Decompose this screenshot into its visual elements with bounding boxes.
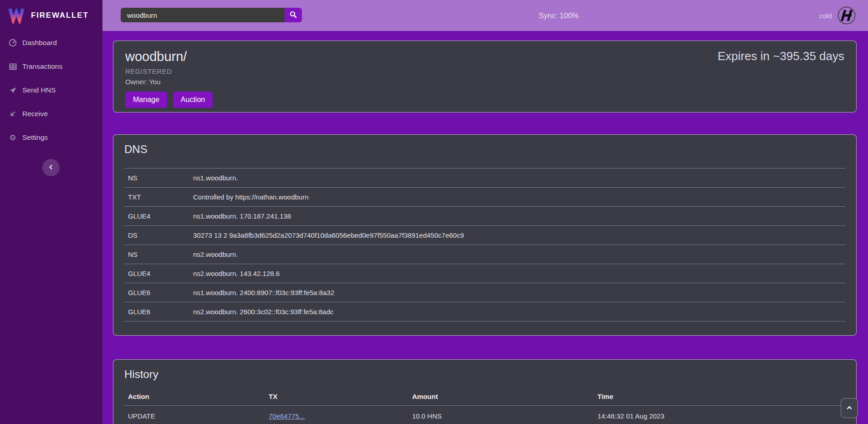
receive-arrow-icon [8, 110, 17, 117]
dns-record-value: Controlled by https://nathan.woodburn [189, 188, 845, 207]
send-icon [8, 86, 17, 94]
app-logo[interactable]: FIREWALLET [0, 0, 102, 31]
dns-record-type: GLUE4 [124, 207, 189, 226]
search-input[interactable] [121, 8, 285, 22]
history-table: Action TX Amount Time UPDATE 70e64775...… [124, 387, 845, 424]
sidebar-collapse-button[interactable] [42, 159, 60, 176]
domain-status: REGISTERED [125, 67, 844, 75]
history-col-time: Time [594, 387, 845, 406]
history-col-action: Action [124, 387, 265, 406]
table-icon [8, 63, 17, 71]
sidebar-item-settings[interactable]: ⚙ Settings [0, 126, 102, 149]
domain-actions: Manage Auction [125, 92, 844, 108]
dns-record-row: DS 30273 13 2 9a3a8fb3d625d2a2073d740f10… [124, 226, 845, 245]
search-button[interactable] [285, 8, 302, 22]
chevron-up-icon [846, 404, 853, 413]
dns-record-row: TXT Controlled by https://nathan.woodbur… [124, 188, 845, 207]
sidebar-item-label: Send HNS [22, 86, 56, 94]
dns-record-value: ns1.woodburn. 2400:8907::f03c:93ff:fe5a:… [189, 283, 845, 302]
dns-record-type: GLUE4 [124, 264, 189, 283]
sidebar-item-label: Transactions [22, 62, 62, 71]
domain-expiry: Expires in ~395.35 days [718, 49, 844, 63]
sidebar-item-label: Receive [22, 110, 48, 118]
sidebar-item-label: Dashboard [22, 39, 57, 47]
handshake-logo-icon[interactable] [837, 6, 856, 25]
sidebar-item-label: Settings [22, 133, 48, 142]
history-heading: History [124, 368, 845, 381]
history-amount: 10.0 HNS [408, 406, 594, 424]
sidebar: FIREWALLET Dashboard Transactions [0, 0, 102, 424]
dns-record-value: ns1.woodburn. 170.187.241.138 [189, 207, 845, 226]
gauge-icon [8, 39, 17, 47]
dns-record-value: ns1.woodburn. [189, 169, 845, 188]
dns-record-type: NS [124, 245, 189, 264]
wallet-type-badge: cold [819, 12, 832, 20]
dns-record-row: GLUE6 ns1.woodburn. 2400:8907::f03c:93ff… [124, 283, 845, 302]
sidebar-item-dashboard[interactable]: Dashboard [0, 31, 102, 55]
dns-record-value: 30273 13 2 9a3a8fb3d625d2a2073d740f10da6… [189, 226, 845, 245]
dns-record-row: NS ns1.woodburn. [124, 169, 845, 188]
dns-table: NS ns1.woodburn. TXT Controlled by https… [124, 168, 845, 322]
sidebar-nav: Dashboard Transactions Send HNS [0, 31, 102, 149]
history-col-amount: Amount [408, 387, 594, 406]
firewallet-logo-icon [7, 5, 26, 26]
domain-owner: Owner: You [125, 78, 844, 86]
dns-record-type: TXT [124, 188, 189, 207]
chevron-left-icon [47, 163, 55, 172]
search-icon [290, 11, 297, 20]
dns-record-type: GLUE6 [124, 283, 189, 302]
scroll-top-button[interactable] [841, 398, 858, 418]
dns-record-value: ns2.woodburn. 143.42.128.6 [189, 264, 845, 283]
history-header-row: Action TX Amount Time [124, 387, 845, 406]
dns-record-value: ns2.woodburn. [189, 245, 845, 264]
dns-record-value: ns2.woodburn. 2600:3c02::f03c:93ff:fe5a:… [189, 302, 845, 322]
search-group [121, 8, 302, 22]
dns-record-row: NS ns2.woodburn. [124, 245, 845, 264]
history-row: UPDATE 70e64775... 10.0 HNS 14:46:32 01 … [124, 406, 845, 424]
dns-record-row: GLUE4 ns2.woodburn. 143.42.128.6 [124, 264, 845, 283]
auction-button[interactable]: Auction [173, 92, 213, 108]
sidebar-item-send-hns[interactable]: Send HNS [0, 78, 102, 102]
wallet-indicator: cold [819, 0, 856, 31]
sync-status: Sync: 100% [539, 0, 579, 31]
sidebar-item-transactions[interactable]: Transactions [0, 55, 102, 78]
dns-record-row: GLUE4 ns1.woodburn. 170.187.241.138 [124, 207, 845, 226]
gear-icon: ⚙ [8, 134, 17, 142]
dns-card: DNS NS ns1.woodburn. TXT Controlled by h… [113, 134, 857, 336]
manage-button[interactable]: Manage [125, 92, 167, 108]
dns-record-type: DS [124, 226, 189, 245]
sidebar-item-receive[interactable]: Receive [0, 102, 102, 126]
dns-heading: DNS [124, 143, 845, 156]
main-content: woodburn/ REGISTERED Owner: You Manage A… [102, 31, 868, 424]
dns-record-type: GLUE6 [124, 302, 189, 322]
history-col-tx: TX [265, 387, 408, 406]
history-action: UPDATE [124, 406, 265, 424]
history-card: History Action TX Amount Time UPDATE 70e… [113, 359, 857, 424]
domain-card: woodburn/ REGISTERED Owner: You Manage A… [113, 41, 857, 112]
history-time: 14:46:32 01 Aug 2023 [594, 406, 845, 424]
topbar: Sync: 100% cold [102, 0, 868, 31]
dns-record-row: GLUE6 ns2.woodburn. 2600:3c02::f03c:93ff… [124, 302, 845, 322]
dns-record-type: NS [124, 169, 189, 188]
tx-link[interactable]: 70e64775... [269, 412, 305, 420]
app-title: FIREWALLET [31, 11, 89, 20]
